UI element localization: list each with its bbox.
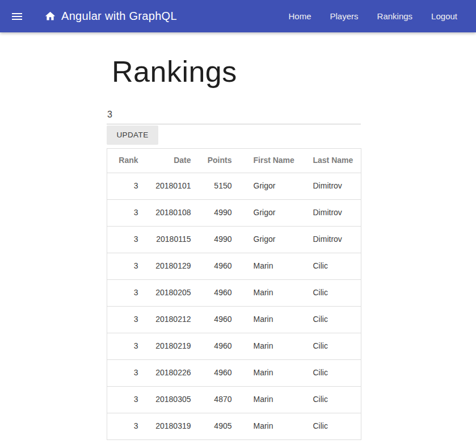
cell-points: 4990 xyxy=(196,199,237,226)
table-row: 3201802264960MarinCilic xyxy=(107,359,361,386)
cell-rank: 3 xyxy=(107,199,143,226)
cell-points: 4960 xyxy=(196,253,237,279)
nav-link-rankings[interactable]: Rankings xyxy=(377,11,413,21)
brand-link[interactable]: Angular with GraphQL xyxy=(44,10,177,23)
cell-points: 4870 xyxy=(196,386,237,413)
rank-input[interactable] xyxy=(107,106,361,124)
cell-first-name: Marin xyxy=(237,359,309,386)
rank-field xyxy=(107,106,361,124)
cell-date: 20180108 xyxy=(143,199,196,226)
table-row: 3201801154990GrigorDimitrov xyxy=(107,226,361,253)
cell-first-name: Grigor xyxy=(237,199,309,226)
cell-rank: 3 xyxy=(107,253,143,279)
cell-date: 20180226 xyxy=(143,359,196,386)
column-header-first-name: First Name xyxy=(237,148,309,173)
cell-rank: 3 xyxy=(107,306,143,333)
cell-points: 4960 xyxy=(196,333,237,359)
cell-last-name: Cilic xyxy=(309,386,361,413)
table-row: 3201802124960MarinCilic xyxy=(107,306,361,333)
table-body: 3201801015150GrigorDimitrov3201801084990… xyxy=(107,173,361,439)
cell-first-name: Grigor xyxy=(237,173,309,199)
cell-first-name: Marin xyxy=(237,333,309,359)
cell-last-name: Cilic xyxy=(309,279,361,306)
column-header-rank: Rank xyxy=(107,148,143,173)
cell-rank: 3 xyxy=(107,413,143,439)
cell-last-name: Dimitrov xyxy=(309,199,361,226)
cell-first-name: Marin xyxy=(237,279,309,306)
cell-last-name: Cilic xyxy=(309,253,361,279)
cell-rank: 3 xyxy=(107,173,143,199)
app-title: Angular with GraphQL xyxy=(61,10,177,23)
nav-link-logout[interactable]: Logout xyxy=(431,11,457,21)
cell-last-name: Cilic xyxy=(309,359,361,386)
cell-last-name: Cilic xyxy=(309,333,361,359)
table-row: 3201801015150GrigorDimitrov xyxy=(107,173,361,199)
cell-date: 20180319 xyxy=(143,413,196,439)
cell-date: 20180305 xyxy=(143,386,196,413)
table-row: 3201803054870MarinCilic xyxy=(107,386,361,413)
cell-points: 4960 xyxy=(196,306,237,333)
menu-icon xyxy=(10,10,24,23)
cell-date: 20180205 xyxy=(143,279,196,306)
cell-points: 4905 xyxy=(196,413,237,439)
table-row: 3201801294960MarinCilic xyxy=(107,253,361,279)
table-header-row: RankDatePointsFirst NameLast Name xyxy=(107,148,361,173)
cell-last-name: Cilic xyxy=(309,306,361,333)
cell-first-name: Marin xyxy=(237,253,309,279)
app-bar: Angular with GraphQL HomePlayersRankings… xyxy=(0,0,476,32)
cell-rank: 3 xyxy=(107,279,143,306)
table-row: 3201803194905MarinCilic xyxy=(107,413,361,439)
menu-button[interactable] xyxy=(10,10,24,23)
column-header-points: Points xyxy=(196,148,237,173)
table-row: 3201802194960MarinCilic xyxy=(107,333,361,359)
rankings-table: RankDatePointsFirst NameLast Name 320180… xyxy=(107,148,361,440)
cell-first-name: Marin xyxy=(237,413,309,439)
cell-rank: 3 xyxy=(107,386,143,413)
cell-points: 5150 xyxy=(196,173,237,199)
table-row: 3201801084990GrigorDimitrov xyxy=(107,199,361,226)
cell-last-name: Dimitrov xyxy=(309,226,361,253)
cell-rank: 3 xyxy=(107,359,143,386)
nav-link-players[interactable]: Players xyxy=(330,11,359,21)
cell-first-name: Marin xyxy=(237,386,309,413)
top-nav: HomePlayersRankingsLogout xyxy=(270,11,457,21)
cell-date: 20180101 xyxy=(143,173,196,199)
cell-date: 20180219 xyxy=(143,333,196,359)
cell-first-name: Grigor xyxy=(237,226,309,253)
update-button[interactable]: UPDATE xyxy=(107,125,158,145)
home-icon xyxy=(44,10,56,22)
table-row: 3201802054960MarinCilic xyxy=(107,279,361,306)
cell-date: 20180129 xyxy=(143,253,196,279)
cell-date: 20180212 xyxy=(143,306,196,333)
cell-last-name: Dimitrov xyxy=(309,173,361,199)
page-title: Rankings xyxy=(112,55,361,89)
main-content: Rankings UPDATE RankDatePointsFirst Name… xyxy=(107,55,361,440)
cell-points: 4960 xyxy=(196,359,237,386)
nav-link-home[interactable]: Home xyxy=(289,11,311,21)
column-header-last-name: Last Name xyxy=(309,148,361,173)
cell-points: 4960 xyxy=(196,279,237,306)
cell-date: 20180115 xyxy=(143,226,196,253)
table-header: RankDatePointsFirst NameLast Name xyxy=(107,148,361,173)
cell-points: 4990 xyxy=(196,226,237,253)
cell-first-name: Marin xyxy=(237,306,309,333)
cell-last-name: Cilic xyxy=(309,413,361,439)
column-header-date: Date xyxy=(143,148,196,173)
cell-rank: 3 xyxy=(107,226,143,253)
cell-rank: 3 xyxy=(107,333,143,359)
